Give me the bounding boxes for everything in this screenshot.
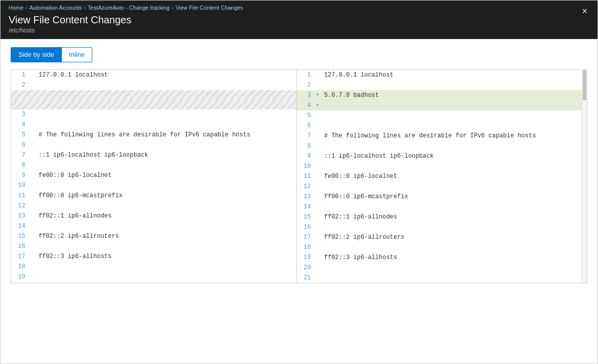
tab-inline[interactable]: Inline bbox=[62, 47, 92, 62]
line-marker bbox=[28, 191, 36, 201]
line-content bbox=[321, 242, 582, 252]
line-content: ff02::1 ip6-allnodes bbox=[36, 211, 296, 221]
diff-line bbox=[11, 100, 296, 110]
line-marker bbox=[28, 170, 36, 180]
line-number: 13 bbox=[297, 192, 314, 202]
line-content bbox=[321, 222, 582, 232]
diff-line: 6 bbox=[11, 140, 296, 150]
line-content bbox=[321, 141, 582, 151]
line-number: 11 bbox=[11, 191, 28, 201]
diff-line: 15ff02::1 ip6-allnodes bbox=[297, 212, 582, 222]
diff-line: 8 bbox=[11, 160, 296, 170]
diff-line: 7::1 ip6-localhost ip6-loopback bbox=[11, 150, 296, 160]
line-marker bbox=[28, 120, 36, 130]
diff-line: 1127.0.0.1 localhost bbox=[11, 70, 296, 80]
line-number: 3 bbox=[297, 90, 314, 100]
line-marker bbox=[314, 80, 321, 90]
diff-line: 10 bbox=[11, 180, 296, 191]
tab-bar: Side by side Inline bbox=[11, 47, 587, 62]
diff-container: 1127.0.0.1 localhost2345# The following … bbox=[11, 69, 587, 283]
line-content: ff02::2 ip6-allrouters bbox=[36, 231, 296, 241]
line-number: 7 bbox=[297, 131, 314, 141]
line-marker bbox=[28, 272, 36, 282]
line-marker bbox=[314, 171, 321, 181]
close-button[interactable]: × bbox=[579, 6, 590, 17]
line-content: ::1 ip6-localhost ip6-loopback bbox=[36, 150, 296, 160]
line-number: 4 bbox=[11, 120, 28, 130]
line-marker bbox=[28, 180, 36, 191]
diff-line: 10 bbox=[297, 161, 582, 171]
diff-line: 19ff02::3 ip6-allhosts bbox=[297, 252, 582, 263]
line-content bbox=[36, 110, 296, 120]
diff-line: 12 bbox=[11, 201, 296, 211]
line-content bbox=[36, 221, 296, 231]
line-number: 10 bbox=[297, 161, 314, 171]
scrollbar[interactable] bbox=[582, 70, 587, 283]
line-number: 16 bbox=[11, 241, 28, 251]
diff-line: 18 bbox=[297, 242, 582, 252]
line-content bbox=[36, 201, 296, 211]
diff-line: 17ff02::3 ip6-allhosts bbox=[11, 251, 296, 262]
diff-line: 17ff02::2 ip6-allrouters bbox=[297, 232, 582, 242]
line-number: 8 bbox=[297, 141, 314, 151]
line-content: # The following lines are desirable for … bbox=[36, 130, 296, 140]
line-marker bbox=[314, 131, 321, 141]
line-number: 3 bbox=[11, 110, 28, 120]
line-content bbox=[36, 140, 296, 150]
line-content bbox=[321, 80, 582, 90]
line-content bbox=[36, 90, 296, 100]
line-content: ff02::2 ip6-allrouters bbox=[321, 232, 582, 242]
diff-line: 13ff00::0 ip6-mcastprefix bbox=[297, 192, 582, 202]
line-marker bbox=[314, 263, 321, 273]
line-content: # The following lines are desirable for … bbox=[321, 131, 582, 141]
modal-overlay: Home › Automation Accounts › TestAzureAu… bbox=[0, 0, 598, 364]
line-number: 14 bbox=[11, 221, 28, 231]
line-number: 9 bbox=[11, 170, 28, 180]
line-marker bbox=[314, 202, 321, 212]
line-content: 127.0.0.1 localhost bbox=[321, 70, 582, 80]
line-marker bbox=[314, 181, 321, 192]
diff-line: 12 bbox=[297, 181, 582, 192]
line-number: 6 bbox=[297, 121, 314, 131]
line-number: 5 bbox=[11, 130, 28, 140]
line-number: 21 bbox=[297, 273, 314, 283]
scrollbar-thumb[interactable] bbox=[583, 70, 586, 100]
line-content bbox=[321, 121, 582, 131]
diff-line: 18 bbox=[11, 262, 296, 272]
line-content bbox=[321, 273, 582, 283]
line-number: 1 bbox=[11, 70, 28, 80]
line-marker bbox=[314, 273, 321, 283]
line-number: 19 bbox=[297, 252, 314, 263]
diff-line: 1127.0.0.1 localhost bbox=[297, 70, 582, 80]
line-content: fe00::0 ip6-localnet bbox=[36, 170, 296, 180]
line-content: ff00::0 ip6-mcastprefix bbox=[321, 192, 582, 202]
diff-line: 5# The following lines are desirable for… bbox=[11, 130, 296, 140]
line-content bbox=[36, 160, 296, 170]
tab-side-by-side[interactable]: Side by side bbox=[11, 47, 62, 62]
breadcrumb-change-tracking[interactable]: TestAzureAuto - Change tracking bbox=[88, 5, 169, 11]
diff-line: 3 bbox=[11, 110, 296, 120]
line-number: 18 bbox=[11, 262, 28, 272]
line-content bbox=[36, 241, 296, 251]
line-number: 15 bbox=[297, 212, 314, 222]
diff-line: 2 bbox=[11, 80, 296, 90]
line-content: ::1 ip6-localhost ip6-loopback bbox=[321, 151, 582, 161]
line-number: 2 bbox=[11, 80, 28, 90]
diff-line: 20 bbox=[297, 263, 582, 273]
line-content: ff00::0 ip6-mcastprefix bbox=[36, 191, 296, 201]
line-marker bbox=[314, 70, 321, 80]
line-content bbox=[36, 80, 296, 90]
line-marker bbox=[28, 70, 36, 80]
diff-line: 16 bbox=[11, 241, 296, 251]
line-number: 9 bbox=[297, 151, 314, 161]
line-number bbox=[11, 90, 28, 100]
breadcrumb-home[interactable]: Home bbox=[9, 5, 23, 11]
line-content bbox=[321, 181, 582, 192]
line-number: 17 bbox=[11, 251, 28, 262]
line-content bbox=[321, 161, 582, 171]
line-number: 10 bbox=[11, 180, 28, 191]
line-number: 4 bbox=[297, 100, 314, 111]
breadcrumb-automation-accounts[interactable]: Automation Accounts bbox=[29, 5, 82, 11]
line-marker bbox=[314, 252, 321, 263]
line-number: 6 bbox=[11, 140, 28, 150]
